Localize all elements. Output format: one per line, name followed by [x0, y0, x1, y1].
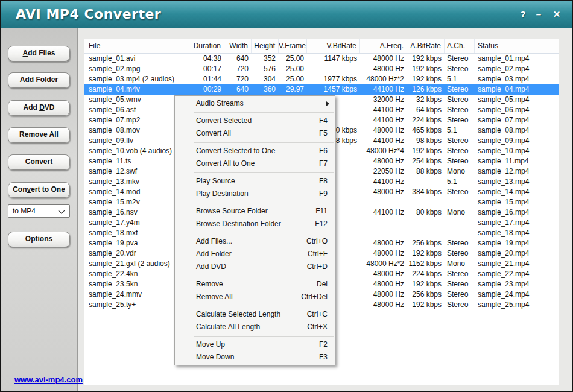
remove-all-button[interactable]: Remove All: [8, 127, 70, 143]
context-menu: Audio StreamsConvert SelectedF4Convert A…: [174, 95, 335, 365]
header-v-bitrate[interactable]: V.BitRate: [307, 39, 360, 53]
menu-item-play-source[interactable]: Play SourceF8: [175, 175, 335, 188]
cell-file: sample_25.ty+: [84, 300, 185, 310]
menu-item-calculate-all-length[interactable]: Calculate All LengthCtrl+X: [175, 321, 335, 334]
cell-file: sample_05.wmv: [84, 95, 185, 105]
menu-item-convert-selected-to-one[interactable]: Convert Selected to OneF6: [175, 145, 335, 157]
cell-status: sample_08.mp4: [475, 125, 559, 136]
cell-abitrate: [407, 197, 445, 207]
cell-height: 576: [252, 64, 279, 74]
cell-afreq: 48000 Hz: [360, 289, 407, 300]
cell-vframe: 25.00: [279, 64, 307, 74]
cell-afreq: 48000 Hz: [360, 156, 407, 166]
table-row[interactable]: sample_01.avi04:3864035225.001147 kbps48…: [84, 54, 559, 64]
help-button[interactable]: ?: [516, 8, 530, 21]
cell-abitrate: 224 kbps: [407, 269, 445, 279]
header-file[interactable]: File: [84, 39, 185, 53]
menu-item-remove-all[interactable]: Remove AllCtrl+Del: [175, 291, 335, 303]
menu-item-audio-streams[interactable]: Audio Streams: [175, 97, 335, 110]
cell-file: sample_16.nsv: [84, 207, 185, 218]
header-a-ch[interactable]: A.Ch.: [445, 39, 475, 53]
website-link[interactable]: www.avi-mp4.com: [14, 375, 83, 384]
cell-file: sample_19.pva: [84, 238, 185, 248]
cell-status: sample_17.mp4: [475, 218, 559, 228]
cell-abitrate: 80 kbps: [407, 207, 445, 218]
cell-afreq: 32000 Hz: [360, 95, 407, 105]
menu-item-remove[interactable]: RemoveDel: [175, 278, 335, 291]
menu-item-add-files[interactable]: Add Files...Ctrl+O: [175, 235, 335, 248]
cell-file: sample_13.mkv: [84, 177, 185, 187]
table-row[interactable]: sample_03.mp4 (2 audios)01:4472030425.00…: [84, 74, 559, 84]
cell-ach: Stereo: [445, 238, 475, 248]
cell-status: sample_06.mp4: [475, 105, 559, 115]
sidebar: Add Files Add Folder Add DVD Remove All …: [1, 28, 78, 391]
cell-vbitrate: 1147 kbps: [307, 54, 360, 64]
header-v-frame[interactable]: V.Frame: [279, 39, 307, 53]
cell-status: sample_07.mp4: [475, 115, 559, 125]
add-dvd-button[interactable]: Add DVD: [8, 100, 70, 116]
table-row[interactable]: sample_04.m4v00:2964036029.971457 kbps44…: [84, 84, 559, 95]
cell-afreq: 48000 Hz: [360, 64, 407, 74]
titlebar: AVI MP4 Converter ? – ✕: [1, 1, 572, 28]
menu-shortcut: F6: [319, 145, 328, 157]
cell-ach: 5.1: [445, 74, 475, 84]
menu-item-play-destination[interactable]: Play DestinationF9: [175, 188, 335, 200]
menu-item-convert-all-to-one[interactable]: Convert All to OneF7: [175, 157, 335, 170]
menu-item-calculate-selected-length[interactable]: Calculate Selected LengthCtrl+C: [175, 308, 335, 321]
menu-separator: [175, 140, 335, 145]
cell-file: sample_18.mxf: [84, 228, 185, 238]
menu-separator: [175, 230, 335, 235]
cell-afreq: 48000 Hz: [360, 269, 407, 279]
cell-ach: Stereo: [445, 187, 475, 197]
menu-item-move-up[interactable]: Move UpF2: [175, 338, 335, 351]
submenu-arrow-icon: [326, 101, 329, 106]
cell-ach: [445, 197, 475, 207]
header-status[interactable]: Status: [475, 39, 559, 53]
cell-afreq: 44100 Hz: [360, 136, 407, 146]
menu-separator: [175, 200, 335, 205]
convert-button[interactable]: Convert: [8, 154, 70, 170]
header-height[interactable]: Height: [252, 39, 279, 53]
menu-item-add-folder[interactable]: Add FolderCtrl+F: [175, 248, 335, 261]
minimize-button[interactable]: –: [532, 8, 545, 21]
cell-afreq: [360, 228, 407, 238]
add-folder-button[interactable]: Add Folder: [8, 72, 70, 88]
convert-to-one-button[interactable]: Convert to One: [8, 182, 70, 198]
format-select-value: to MP4: [13, 207, 36, 215]
cell-ach: Stereo: [445, 248, 475, 259]
menu-shortcut: F8: [319, 175, 328, 188]
menu-shortcut: Del: [317, 278, 328, 291]
menu-item-browse-destination-folder[interactable]: Browse Destination FolderF12: [175, 218, 335, 230]
menu-item-convert-all[interactable]: Convert AllF5: [175, 127, 335, 140]
cell-ach: 5.1: [445, 177, 475, 187]
cell-abitrate: 88 kbps: [407, 166, 445, 177]
table-row[interactable]: sample_02.mpg00:1772057625.0048000 Hz192…: [84, 64, 559, 74]
menu-shortcut: Ctrl+F: [308, 248, 328, 261]
menu-item-add-dvd[interactable]: Add DVDCtrl+D: [175, 261, 335, 273]
cell-abitrate: [407, 218, 445, 228]
header-a-freq[interactable]: A.Freq.: [360, 39, 407, 53]
add-files-button[interactable]: Add Files: [8, 46, 70, 62]
menu-item-browse-source-folder[interactable]: Browse Source FolderF11: [175, 205, 335, 218]
header-width[interactable]: Width: [224, 39, 252, 53]
menu-shortcut: F2: [319, 338, 328, 351]
options-button[interactable]: Options: [8, 232, 70, 247]
menu-item-move-down[interactable]: Move DownF3: [175, 351, 335, 364]
cell-afreq: 44100 Hz: [360, 115, 407, 125]
cell-status: sample_16.mp4: [475, 207, 559, 218]
menu-separator: [175, 170, 335, 175]
close-button[interactable]: ✕: [550, 8, 563, 21]
menu-shortcut: F7: [319, 157, 328, 170]
header-a-bitrate[interactable]: A.BitRate: [407, 39, 445, 53]
menu-item-label: Calculate Selected Length: [196, 308, 280, 321]
cell-status: sample_23.mp4: [475, 279, 559, 289]
menu-item-convert-selected[interactable]: Convert SelectedF4: [175, 115, 335, 127]
cell-ach: Stereo: [445, 84, 475, 95]
cell-vframe: 25.00: [279, 74, 307, 84]
menu-separator: [175, 110, 335, 115]
header-duration[interactable]: Duration: [185, 39, 224, 53]
cell-status: sample_22.mp4: [475, 269, 559, 279]
menu-item-label: Play Source: [196, 175, 235, 188]
cell-status: sample_13.mp4: [475, 177, 559, 187]
format-select[interactable]: to MP4: [8, 204, 70, 218]
